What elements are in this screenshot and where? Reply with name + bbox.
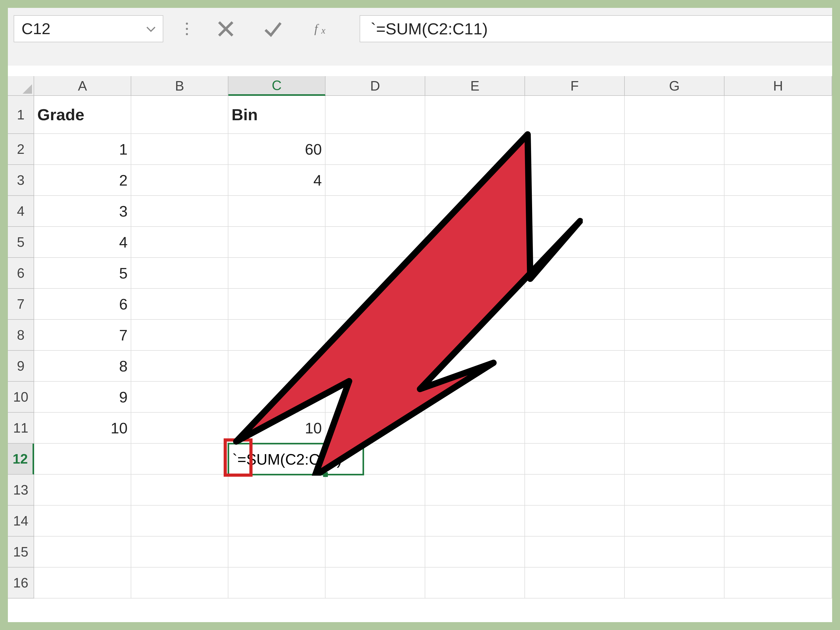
row-header-5[interactable]: 5 — [8, 227, 34, 258]
row-header-3[interactable]: 3 — [8, 165, 34, 196]
column-header-F[interactable]: F — [525, 76, 625, 96]
cell-B3[interactable] — [131, 165, 228, 196]
cell-F16[interactable] — [525, 567, 625, 598]
row-header-2[interactable]: 2 — [8, 134, 34, 165]
cell-C10[interactable] — [228, 382, 325, 413]
cell-F9[interactable] — [525, 351, 625, 382]
cell-E4[interactable] — [425, 196, 525, 227]
cell-H14[interactable] — [725, 505, 832, 537]
cell-D2[interactable] — [325, 134, 425, 165]
cell-D4[interactable] — [325, 196, 425, 227]
cell-F13[interactable] — [525, 475, 625, 505]
cancel-icon[interactable] — [210, 15, 242, 42]
cell-A13[interactable] — [34, 475, 131, 505]
cell-H16[interactable] — [725, 567, 832, 598]
cell-G7[interactable] — [625, 289, 725, 320]
cell-G12[interactable] — [625, 444, 725, 475]
cell-G13[interactable] — [625, 475, 725, 505]
cell-H1[interactable] — [725, 96, 832, 134]
column-header-D[interactable]: D — [325, 76, 425, 96]
cell-F5[interactable] — [525, 227, 625, 258]
cell-E11[interactable] — [425, 413, 525, 444]
cell-E1[interactable] — [425, 96, 525, 134]
cell-F12[interactable] — [525, 444, 625, 475]
row-header-13[interactable]: 13 — [8, 475, 34, 505]
cell-F4[interactable] — [525, 196, 625, 227]
cell-D7[interactable] — [325, 289, 425, 320]
chevron-down-icon[interactable] — [139, 16, 163, 42]
column-header-E[interactable]: E — [425, 76, 525, 96]
cell-C7[interactable] — [228, 289, 325, 320]
cell-G3[interactable] — [625, 165, 725, 196]
cell-H7[interactable] — [725, 289, 832, 320]
cell-D11[interactable] — [325, 413, 425, 444]
cell-E2[interactable] — [425, 134, 525, 165]
cell-B4[interactable] — [131, 196, 228, 227]
cell-F14[interactable] — [525, 505, 625, 537]
cell-F8[interactable] — [525, 320, 625, 351]
cell-B2[interactable] — [131, 134, 228, 165]
cell-D15[interactable] — [325, 537, 425, 567]
cell-D8[interactable] — [325, 320, 425, 351]
cell-D13[interactable] — [325, 475, 425, 505]
cell-D5[interactable] — [325, 227, 425, 258]
cell-B6[interactable] — [131, 258, 228, 289]
row-header-6[interactable]: 6 — [8, 258, 34, 289]
cell-B5[interactable] — [131, 227, 228, 258]
cell-D3[interactable] — [325, 165, 425, 196]
cell-E12[interactable] — [425, 444, 525, 475]
cell-G6[interactable] — [625, 258, 725, 289]
cell-G14[interactable] — [625, 505, 725, 537]
cell-B16[interactable] — [131, 567, 228, 598]
cell-H15[interactable] — [725, 537, 832, 567]
cell-A8[interactable]: 7 — [34, 320, 131, 351]
cell-A10[interactable]: 9 — [34, 382, 131, 413]
cell-B10[interactable] — [131, 382, 228, 413]
cell-E10[interactable] — [425, 382, 525, 413]
cell-E6[interactable] — [425, 258, 525, 289]
cell-H4[interactable] — [725, 196, 832, 227]
cell-G1[interactable] — [625, 96, 725, 134]
row-header-7[interactable]: 7 — [8, 289, 34, 320]
cell-C5[interactable] — [228, 227, 325, 258]
cell-C1[interactable]: Bin — [228, 96, 325, 134]
formula-input[interactable]: `=SUM(C2:C11) — [360, 15, 832, 42]
row-header-11[interactable]: 11 — [8, 413, 34, 444]
name-box[interactable]: C12 — [14, 15, 163, 42]
cell-H6[interactable] — [725, 258, 832, 289]
cell-F1[interactable] — [525, 96, 625, 134]
row-header-10[interactable]: 10 — [8, 382, 34, 413]
column-header-G[interactable]: G — [625, 76, 725, 96]
cell-D16[interactable] — [325, 567, 425, 598]
cell-A7[interactable]: 6 — [34, 289, 131, 320]
cell-D9[interactable] — [325, 351, 425, 382]
cell-C4[interactable] — [228, 196, 325, 227]
cell-G5[interactable] — [625, 227, 725, 258]
cell-E3[interactable] — [425, 165, 525, 196]
cell-C8[interactable] — [228, 320, 325, 351]
cell-C2[interactable]: 60 — [228, 134, 325, 165]
cell-B8[interactable] — [131, 320, 228, 351]
cell-A4[interactable]: 3 — [34, 196, 131, 227]
cell-E7[interactable] — [425, 289, 525, 320]
cell-C16[interactable] — [228, 567, 325, 598]
cell-C6[interactable] — [228, 258, 325, 289]
cell-A15[interactable] — [34, 537, 131, 567]
cell-H3[interactable] — [725, 165, 832, 196]
cell-A6[interactable]: 5 — [34, 258, 131, 289]
cell-A11[interactable]: 10 — [34, 413, 131, 444]
cell-H10[interactable] — [725, 382, 832, 413]
row-header-9[interactable]: 9 — [8, 351, 34, 382]
cell-D14[interactable] — [325, 505, 425, 537]
cell-A14[interactable] — [34, 505, 131, 537]
cell-A5[interactable]: 4 — [34, 227, 131, 258]
cell-D1[interactable] — [325, 96, 425, 134]
cell-H9[interactable] — [725, 351, 832, 382]
row-header-12[interactable]: 12 — [8, 444, 34, 475]
cell-A16[interactable] — [34, 567, 131, 598]
column-header-H[interactable]: H — [725, 76, 832, 96]
enter-icon[interactable] — [257, 15, 289, 42]
cell-A12[interactable] — [34, 444, 131, 475]
select-all-icon[interactable] — [8, 76, 34, 96]
cell-D6[interactable] — [325, 258, 425, 289]
